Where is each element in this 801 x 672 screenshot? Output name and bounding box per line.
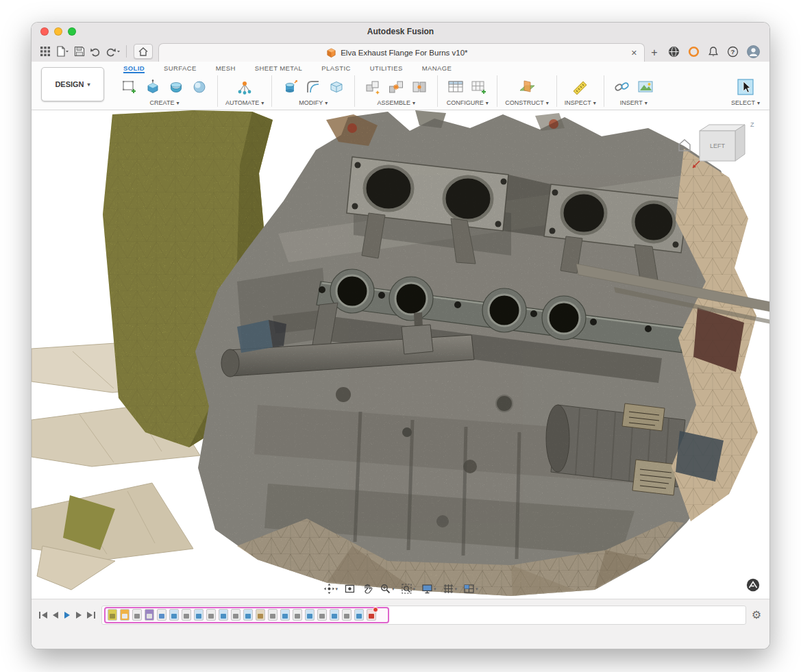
joint-icon[interactable]	[386, 77, 406, 97]
close-window-button[interactable]	[40, 27, 49, 36]
autodesk-logo[interactable]	[746, 578, 760, 595]
orbit-icon[interactable]: ▾	[321, 582, 340, 596]
zoom-icon[interactable]: ▾	[378, 582, 397, 596]
minimize-window-button[interactable]	[54, 27, 62, 36]
timeline-feature-sketch[interactable]	[182, 609, 191, 621]
viewcube-face-label[interactable]: LEFT	[710, 142, 726, 149]
timeline-feature-sketch[interactable]	[317, 609, 327, 621]
ribbon-toolbar: CREATE▾ AUTOMATE▾	[111, 73, 769, 110]
undo-icon[interactable]	[90, 46, 101, 57]
feature-warning-badge	[373, 607, 378, 612]
tab-solid[interactable]: SOLID	[123, 64, 145, 73]
step-back-button[interactable]	[51, 611, 60, 619]
tab-utilities[interactable]: UTILITIES	[370, 64, 403, 73]
timeline-feature-align[interactable]	[145, 609, 154, 621]
skip-to-end-button[interactable]	[86, 611, 96, 619]
as-built-joint-icon[interactable]	[409, 77, 430, 97]
notifications-bell-icon[interactable]	[708, 46, 719, 58]
fit-icon[interactable]: ▾	[398, 582, 417, 596]
timeline-feature-sketch[interactable]	[342, 609, 352, 621]
insert-derive-icon[interactable]	[612, 77, 632, 97]
construct-plane-icon[interactable]	[517, 77, 537, 97]
automate-icon[interactable]	[234, 77, 255, 97]
tab-plastic[interactable]: PLASTIC	[321, 64, 350, 73]
workspace-selector[interactable]: DESIGN ▾	[41, 67, 104, 101]
extrude-icon[interactable]	[143, 77, 163, 97]
group-divider	[497, 75, 497, 107]
chevron-down-icon: ▾	[88, 82, 90, 88]
timeline-feature-sketch[interactable]	[206, 609, 216, 621]
display-settings-icon[interactable]: ▾	[419, 582, 439, 596]
look-at-icon[interactable]	[342, 582, 358, 596]
select-cursor-icon[interactable]	[735, 77, 756, 97]
timeline-feature-combine[interactable]	[256, 609, 265, 621]
extensions-globe-icon[interactable]	[668, 46, 680, 58]
timeline-feature-extrude[interactable]	[305, 609, 315, 621]
zoom-window-button[interactable]	[68, 27, 76, 36]
timeline-feature-extrude[interactable]	[280, 609, 290, 621]
app-window: Autodesk Fusion	[31, 22, 770, 649]
redo-icon[interactable]	[106, 46, 121, 57]
timeline-feature-extrude[interactable]	[169, 609, 179, 621]
timeline-feature-sketch[interactable]	[268, 609, 278, 621]
job-status-icon[interactable]	[688, 46, 700, 58]
timeline-feature-sketch[interactable]	[293, 609, 302, 621]
tab-manage[interactable]: MANAGE	[422, 64, 452, 73]
timeline-feature-extrude[interactable]	[219, 609, 228, 621]
document-cube-icon	[326, 48, 336, 58]
fillet-icon[interactable]	[303, 77, 323, 97]
timeline-feature-sketch[interactable]	[157, 609, 167, 621]
timeline-feature-mesh-body[interactable]	[108, 609, 117, 621]
timeline-feature-extrude[interactable]	[354, 609, 364, 621]
timeline-feature-alert[interactable]	[367, 609, 376, 621]
configuration-table-icon[interactable]	[445, 77, 466, 97]
timeline-feature-extrude[interactable]	[243, 609, 253, 621]
play-button[interactable]	[63, 611, 71, 619]
chevron-down-icon: ▾	[593, 100, 596, 106]
tab-sheet-metal[interactable]: SHEET METAL	[255, 64, 303, 73]
measure-icon[interactable]	[570, 77, 591, 97]
help-icon[interactable]: ?	[727, 46, 739, 58]
new-component-icon[interactable]	[362, 77, 383, 97]
viewports-icon[interactable]: ▾	[461, 582, 480, 596]
viewcube-home-icon[interactable]	[679, 140, 690, 151]
shell-icon[interactable]	[326, 77, 347, 97]
account-area: ?	[664, 45, 769, 62]
skip-to-start-button[interactable]	[38, 611, 48, 619]
engine-mesh-model[interactable]	[32, 110, 769, 599]
timeline-feature-extrude[interactable]	[330, 609, 339, 621]
insert-image-icon[interactable]	[635, 77, 656, 97]
timeline-feature-insert-mesh[interactable]	[120, 609, 130, 621]
document-tab-strip: Elva Exhaust Flange For Burns v10* ✕ +	[158, 43, 664, 62]
revolve-icon[interactable]	[166, 77, 186, 97]
profile-avatar[interactable]	[747, 45, 760, 58]
grid-display-icon[interactable]: ▾	[441, 582, 460, 596]
tab-mesh[interactable]: MESH	[216, 64, 236, 73]
new-tab-button[interactable]: +	[645, 43, 664, 62]
viewport-canvas[interactable]: LEFT Z ▾ ▾ ▾	[32, 110, 769, 599]
save-icon[interactable]	[74, 46, 85, 57]
step-forward-button[interactable]	[75, 611, 83, 619]
close-tab-icon[interactable]: ✕	[630, 49, 639, 58]
timeline-feature-extrude[interactable]	[194, 609, 204, 621]
navigation-bar: ▾ ▾ ▾ ▾ ▾	[321, 582, 480, 596]
timeline-feature-sketch[interactable]	[132, 609, 142, 621]
pan-icon[interactable]	[360, 582, 375, 596]
create-sketch-icon[interactable]	[119, 77, 140, 97]
file-icon[interactable]	[56, 46, 69, 57]
chevron-down-icon: ▾	[486, 100, 489, 106]
app-grid-icon[interactable]	[40, 46, 51, 57]
bottom-bar: ⚙	[32, 599, 769, 649]
timeline-settings-button[interactable]: ⚙	[752, 610, 761, 621]
press-pull-icon[interactable]	[280, 77, 300, 97]
home-icon[interactable]	[134, 44, 153, 59]
document-tab[interactable]: Elva Exhaust Flange For Burns v10* ✕	[158, 43, 645, 62]
viewcube[interactable]: LEFT Z	[674, 119, 759, 177]
timeline-strip[interactable]	[101, 606, 746, 625]
configuration-insert-icon[interactable]	[469, 77, 489, 97]
timeline-feature-sketch[interactable]	[231, 609, 241, 621]
toolbar-divider	[126, 45, 127, 58]
sphere-icon[interactable]	[189, 77, 210, 97]
scan-fragment-right[interactable]	[671, 149, 758, 521]
tab-surface[interactable]: SURFACE	[164, 64, 197, 73]
